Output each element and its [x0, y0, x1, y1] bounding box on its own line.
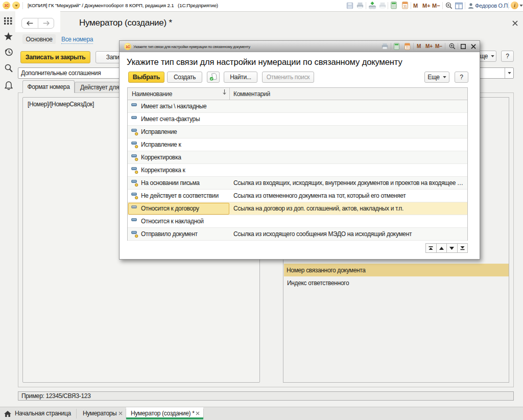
svg-text:31: 31: [406, 45, 409, 49]
svg-text:31: 31: [403, 5, 407, 8]
